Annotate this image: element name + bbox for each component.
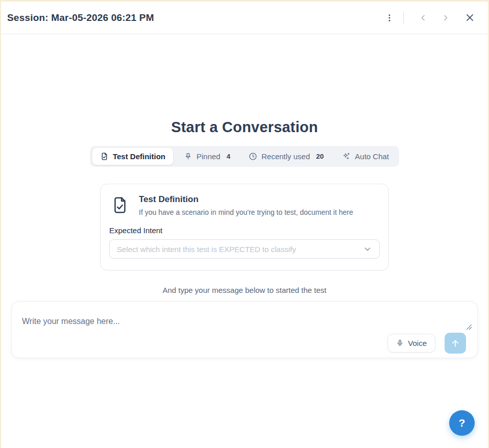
tab-label: Test Definition xyxy=(113,152,165,161)
session-window: Session: Mar-05-2026 06:21 PM xyxy=(0,0,489,448)
chevron-right-icon xyxy=(442,14,450,22)
select-placeholder: Select which intent this test is EXPECTE… xyxy=(117,245,363,254)
microphone-icon xyxy=(396,339,404,347)
tab-badge: 20 xyxy=(316,153,324,160)
hero-section: Start a Conversation xyxy=(1,119,488,136)
clock-icon xyxy=(249,152,257,161)
resize-handle[interactable] xyxy=(466,324,472,331)
pin-icon xyxy=(184,152,192,161)
arrow-up-icon xyxy=(450,338,460,349)
close-button[interactable] xyxy=(463,11,477,24)
file-check-icon xyxy=(100,152,109,161)
expected-intent-select[interactable]: Select which intent this test is EXPECTE… xyxy=(109,239,380,259)
expected-intent-label: Expected Intent xyxy=(109,226,380,235)
card-wrap: Test Definition If you have a scenario i… xyxy=(1,184,488,270)
session-header: Session: Mar-05-2026 06:21 PM xyxy=(1,2,488,34)
tab-label: Pinned xyxy=(197,152,221,161)
tab-label: Recently used xyxy=(261,152,310,161)
card-header: Test Definition If you have a scenario i… xyxy=(109,194,380,217)
next-session-button[interactable] xyxy=(439,12,452,24)
header-actions xyxy=(383,11,477,24)
composer-helper-text: And type your message below to started t… xyxy=(1,286,488,294)
previous-session-button[interactable] xyxy=(417,12,429,24)
test-definition-card: Test Definition If you have a scenario i… xyxy=(100,184,389,270)
chevron-down-icon xyxy=(363,244,372,254)
kebab-menu-icon xyxy=(385,13,394,22)
conversation-source-tabs: Test Definition Pinned 4 xyxy=(90,146,399,167)
message-composer: Voice xyxy=(11,301,478,358)
card-description: If you have a scenario in mind you're tr… xyxy=(139,208,353,216)
tabbar-wrap: Test Definition Pinned 4 xyxy=(1,146,488,167)
tab-badge: 4 xyxy=(227,153,231,160)
close-icon xyxy=(465,13,475,22)
page-title: Start a Conversation xyxy=(1,119,488,136)
send-button[interactable] xyxy=(445,333,466,354)
tab-pinned[interactable]: Pinned 4 xyxy=(176,148,238,165)
chevron-left-icon xyxy=(419,14,427,22)
header-divider xyxy=(403,12,404,23)
voice-button-label: Voice xyxy=(408,339,427,347)
tab-recently-used[interactable]: Recently used 20 xyxy=(241,148,331,165)
tab-auto-chat[interactable]: Auto Chat xyxy=(334,148,397,165)
tab-test-definition[interactable]: Test Definition xyxy=(92,148,173,165)
composer-actions: Voice xyxy=(22,333,469,354)
voice-button[interactable]: Voice xyxy=(387,334,435,353)
sparkles-icon xyxy=(342,152,351,161)
card-header-text: Test Definition If you have a scenario i… xyxy=(139,194,353,216)
card-title: Test Definition xyxy=(139,194,353,205)
message-input[interactable] xyxy=(22,309,469,333)
help-button-label: ? xyxy=(459,417,466,429)
tab-label: Auto Chat xyxy=(355,152,389,161)
more-options-button[interactable] xyxy=(383,11,396,24)
session-title: Session: Mar-05-2026 06:21 PM xyxy=(7,12,154,23)
help-button[interactable]: ? xyxy=(449,410,475,436)
file-check-icon xyxy=(110,195,130,217)
